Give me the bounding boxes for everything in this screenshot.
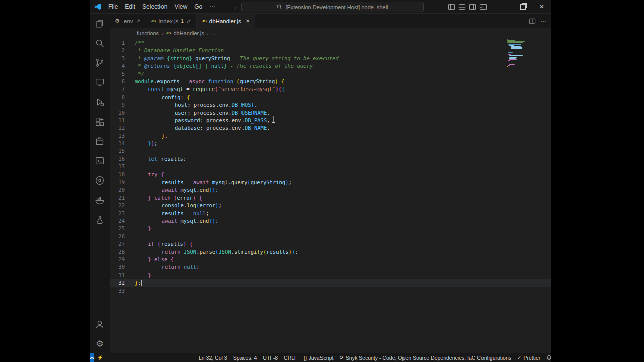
code-line[interactable]: 6module.exports = async function (queryS… [110,78,551,85]
line-number: 30 [110,263,125,271]
menu-edit[interactable]: Edit [121,2,139,12]
code-line[interactable]: 27 if (results) { [110,240,551,248]
status-bar: >< ⚡ Ln 32, Col 3 Spaces: 4 UTF-8 CRLF {… [90,353,551,362]
code-line[interactable]: 31 } [110,272,551,279]
remote-explorer-icon[interactable] [90,72,110,92]
menu-more[interactable]: ⋯ [206,2,219,12]
code-line[interactable]: 22 console.log(error); [110,202,551,209]
line-number: 6 [110,78,125,85]
restore-button[interactable] [513,0,532,13]
code-line[interactable]: 20 await mysql.end(); [110,186,551,194]
command-center[interactable]: [Extension Development Host] node_shell [242,2,424,12]
explorer-icon[interactable] [90,14,110,33]
code-line[interactable]: 30 return null; [110,263,551,271]
activity-bar: ⚙ [90,14,110,353]
code-line[interactable]: 23 results = null; [110,210,551,217]
cursor-position[interactable]: Ln 32, Col 3 [196,355,230,361]
notifications-bell-icon[interactable] [543,355,555,360]
tab-dbhandlerjs[interactable]: JS dbHandler.js ✕ [197,14,255,28]
snyk-status[interactable]: ⟳ Snyk Security - Code, Open Source Depe… [336,355,514,361]
testing-icon[interactable] [90,210,110,229]
indentation[interactable]: Spaces: 4 [230,355,260,361]
line-number: 9 [110,101,125,109]
code-line[interactable]: 19 results = await mysql.query(queryStri… [110,178,551,186]
code-line[interactable]: 16 let results; [110,155,551,163]
terminal-panel-icon[interactable] [90,151,110,170]
tab-indexjs[interactable]: JS index.js 1 [146,14,197,28]
code-line[interactable]: 18 try { [110,171,551,178]
line-number: 20 [110,186,125,194]
code-line[interactable]: 24 await mysql.end(); [110,217,551,225]
code-line[interactable]: 32}; [110,279,551,287]
nav-back-icon[interactable]: ← [233,3,239,11]
toggle-secondary-sidebar-icon[interactable] [469,3,476,11]
title-bar: File Edit Selection View Go ⋯ ← → [Exten… [90,0,551,14]
menu-file[interactable]: File [105,2,121,12]
code-line[interactable]: 33 [110,287,551,295]
code-lines: 1/**2 * Database Handler Function3 * @pa… [110,39,551,295]
code-line[interactable]: 11 password: process.env.DB_PASS, [110,117,551,124]
code-line[interactable]: 5 */ [110,70,551,78]
tab-close-icon[interactable]: ✕ [246,18,250,24]
menu-go[interactable]: Go [191,2,206,12]
settings-gear-icon[interactable]: ⚙ [90,334,110,353]
account-icon[interactable] [90,314,110,334]
pin-icon [186,19,191,24]
code-line[interactable]: 25 } [110,225,551,232]
tab-env[interactable]: ⚙ .env [110,14,146,28]
line-number: 10 [110,109,125,117]
extensions-icon[interactable] [90,112,110,131]
code-line[interactable]: 7 const mysql = require("serverless-mysq… [110,85,551,93]
menu-view[interactable]: View [171,2,191,12]
breadcrumb-folder[interactable]: functions [137,30,159,36]
toolbox-icon[interactable] [90,131,110,151]
code-line[interactable]: 8 config: { [110,94,551,101]
code-line[interactable]: 15 [110,147,551,155]
code-line[interactable]: 4 * @returns {object[] | null} - The res… [110,62,551,70]
code-line[interactable]: 12 database: process.env.DB_NAME, [110,124,551,132]
code-line[interactable]: 14 }); [110,140,551,147]
docker-icon[interactable] [90,190,110,210]
source-control-icon[interactable] [90,53,110,72]
vscode-logo-icon [94,3,102,11]
minimize-button[interactable]: – [494,0,513,13]
encoding[interactable]: UTF-8 [260,355,281,361]
toggle-sidebar-icon[interactable] [448,3,455,11]
code-editor[interactable]: 1/**2 * Database Handler Function3 * @pa… [110,38,551,353]
code-line[interactable]: 2 * Database Handler Function [110,47,551,54]
line-number: 26 [110,233,125,240]
customize-layout-icon[interactable] [479,3,487,11]
line-number: 11 [110,117,125,124]
tab-label: dbHandler.js [209,18,242,24]
code-line[interactable]: 3 * @param {string} queryString - The qu… [110,55,551,62]
code-line[interactable]: 9 host: process.env.DB_HOST, [110,101,551,109]
breadcrumb-file[interactable]: dbHandler.js [174,30,204,36]
line-number: 21 [110,194,125,202]
line-number: 15 [110,147,125,155]
editor-more-actions-icon[interactable]: ⋯ [541,18,547,25]
toggle-panel-icon[interactable] [458,3,466,11]
remote-indicator[interactable]: >< [90,353,94,362]
code-line[interactable]: 21 } catch (error) { [110,194,551,202]
code-line[interactable]: 1/** [110,39,551,47]
search-sidebar-icon[interactable] [90,33,110,53]
sync-icon: ⟳ [339,355,343,360]
close-window-button[interactable]: ✕ [532,0,551,13]
language-mode[interactable]: {} JavaScript [301,355,337,361]
minimap[interactable] [507,39,538,68]
run-debug-icon[interactable] [90,92,110,112]
code-line[interactable]: 26 [110,233,551,240]
split-editor-icon[interactable] [529,18,536,25]
kubernetes-icon[interactable] [90,170,110,190]
code-line[interactable]: 28 return JSON.parse(JSON.stringify(resu… [110,248,551,256]
code-line[interactable]: 10 user: process.env.DB_USERNAME, [110,109,551,117]
extension-host-icon[interactable]: ⚡ [94,355,106,360]
eol-sequence[interactable]: CRLF [281,355,300,361]
menu-selection[interactable]: Selection [139,2,171,12]
prettier-status[interactable]: ✓ Prettier [514,355,543,361]
breadcrumb-symbol[interactable]: … [211,30,216,36]
code-line[interactable]: 29 } else { [110,256,551,263]
code-line[interactable]: 17 [110,163,551,170]
line-number: 1 [110,39,125,47]
code-line[interactable]: 13 }, [110,132,551,140]
